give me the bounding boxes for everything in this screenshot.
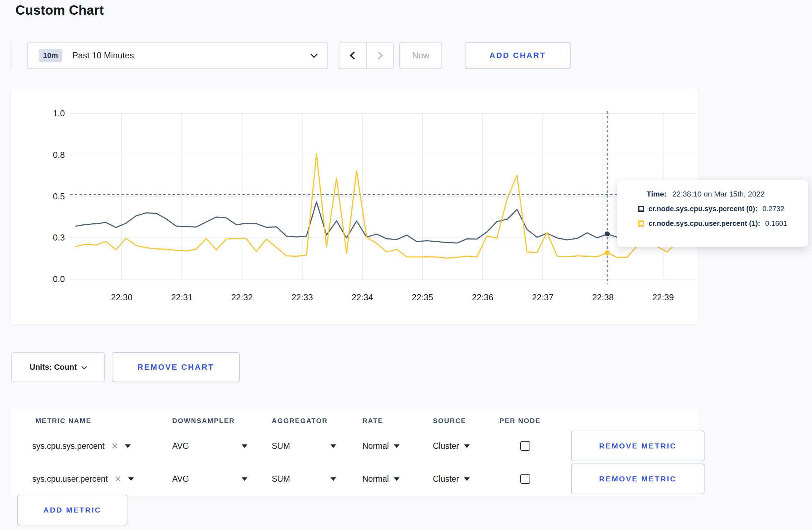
clear-metric-icon[interactable] [114,474,122,484]
per-node-cell [520,441,530,451]
svg-text:0.8: 0.8 [53,150,65,160]
caret-down-icon [330,477,336,481]
tooltip-series-label: cr.node.sys.cpu.sys.percent (0): [648,205,758,213]
caret-down-icon [128,477,134,481]
caret-down-icon [394,477,400,481]
chart-card: 0.00.30.50.81.022:3022:3122:3222:3322:34… [11,89,698,324]
svg-text:0.0: 0.0 [53,274,65,284]
now-button[interactable]: Now [399,42,442,69]
time-range-badge: 10m [39,49,62,62]
tooltip-time-label: Time: [647,190,667,198]
metrics-table: METRIC NAME DOWNSAMPLER AGGREGATOR RATE … [11,408,698,496]
metric-name-select[interactable]: sys.cpu.user.percent [32,474,134,484]
col-header-per-node: PER NODE [499,417,541,425]
per-node-cell [520,474,530,484]
per-node-checkbox[interactable] [520,474,530,484]
svg-text:22:30: 22:30 [111,292,132,302]
chevron-left-icon [350,52,358,60]
svg-text:22:37: 22:37 [532,292,554,302]
remove-chart-button[interactable]: REMOVE CHART [112,352,240,382]
col-header-source: SOURCE [433,417,466,425]
svg-text:22:38: 22:38 [592,292,614,302]
custom-chart-page: Custom Chart 10m Past 10 Minutes Now ADD… [0,0,812,529]
svg-text:22:31: 22:31 [171,292,193,302]
svg-text:22:39: 22:39 [652,292,674,302]
svg-text:22:32: 22:32 [231,292,253,302]
caret-down-icon [464,444,470,448]
timeseries-chart[interactable]: 0.00.30.50.81.022:3022:3122:3222:3322:34… [11,89,699,325]
tooltip-series-value: 0.1601 [765,219,787,228]
per-node-checkbox[interactable] [520,441,530,451]
time-range-dropdown[interactable]: 10m Past 10 Minutes [27,42,328,69]
time-back-button[interactable] [339,43,367,68]
svg-text:22:36: 22:36 [472,292,493,302]
chevron-down-icon [82,364,87,369]
downsampler-select[interactable]: AVG [172,474,247,484]
page-title: Custom Chart [15,3,104,18]
tooltip-time-value: 22:38:10 on Mar 15th, 2022 [672,190,765,198]
caret-down-icon [330,444,336,448]
downsampler-select[interactable]: AVG [172,441,247,451]
col-header-aggregator: AGGREGATOR [272,417,328,425]
svg-text:22:33: 22:33 [291,292,313,302]
aggregator-select[interactable]: SUM [272,441,336,451]
add-chart-button[interactable]: ADD CHART [465,42,571,69]
time-forward-button[interactable] [367,43,393,68]
col-header-downsampler: DOWNSAMPLER [172,417,235,425]
units-dropdown[interactable]: Units: Count [11,352,105,382]
chevron-down-icon [310,51,318,58]
remove-metric-button[interactable]: REMOVE METRIC [571,431,705,461]
source-select[interactable]: Cluster [433,441,470,451]
series-user-swatch-icon [638,220,644,227]
svg-text:22:35: 22:35 [412,292,433,302]
rate-select[interactable]: Normal [362,441,400,451]
chevron-right-icon [375,52,383,60]
svg-text:1.0: 1.0 [53,108,65,118]
aggregator-select[interactable]: SUM [272,474,336,484]
toolbar-divider [11,42,11,69]
caret-down-icon [242,444,247,448]
caret-down-icon [464,477,470,481]
chart-hover-tooltip: Time: 22:38:10 on Mar 15th, 2022 cr.node… [617,180,808,247]
col-header-rate: RATE [362,417,383,425]
time-range-label: Past 10 Minutes [72,50,134,60]
remove-metric-button[interactable]: REMOVE METRIC [571,464,705,494]
tooltip-series-value: 0.2732 [763,205,784,213]
units-label: Units: Count [30,363,77,372]
source-select[interactable]: Cluster [433,474,470,484]
svg-text:0.5: 0.5 [53,191,65,201]
series-sys-swatch-icon [638,206,644,212]
clear-metric-icon[interactable] [111,441,119,451]
caret-down-icon [125,444,131,448]
caret-down-icon [242,477,247,481]
tooltip-series-label: cr.node.sys.cpu.user.percent (1): [648,219,760,228]
add-metric-button[interactable]: ADD METRIC [17,495,127,525]
time-pager [339,42,394,69]
svg-text:0.3: 0.3 [53,233,65,242]
caret-down-icon [394,444,400,448]
svg-text:22:34: 22:34 [352,292,373,302]
rate-select[interactable]: Normal [362,474,400,484]
metric-name-select[interactable]: sys.cpu.sys.percent [32,441,131,451]
col-header-metric-name: METRIC NAME [35,417,91,425]
